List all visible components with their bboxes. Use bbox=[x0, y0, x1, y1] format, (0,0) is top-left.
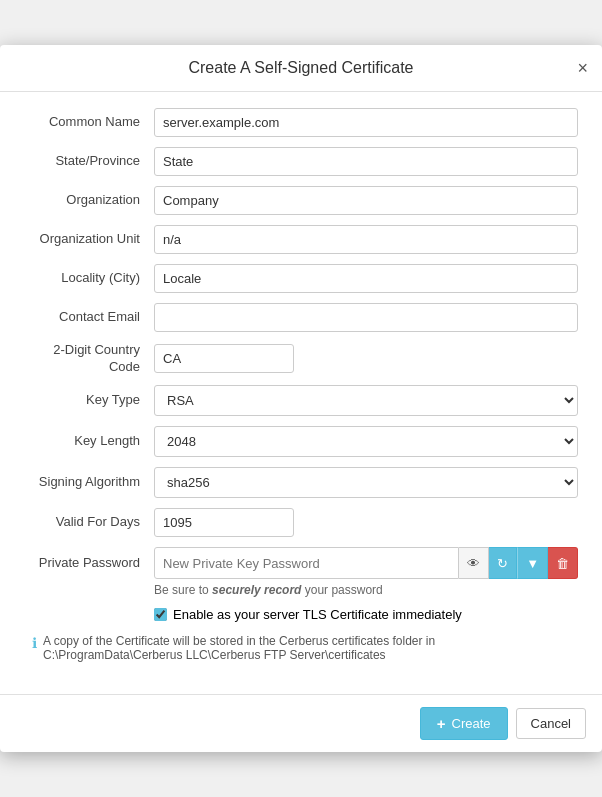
refresh-icon: ↻ bbox=[497, 556, 508, 571]
trash-icon: 🗑 bbox=[556, 556, 569, 571]
key-length-select[interactable]: 1024 2048 4096 bbox=[154, 426, 578, 457]
key-type-select[interactable]: RSA EC bbox=[154, 385, 578, 416]
valid-days-row: Valid For Days bbox=[24, 508, 578, 537]
state-label: State/Province bbox=[24, 153, 154, 170]
refresh-password-button[interactable]: ↻ bbox=[489, 547, 517, 579]
signing-algo-row: Signing Algorithm sha256 sha512 bbox=[24, 467, 578, 498]
info-text: A copy of the Certificate will be stored… bbox=[43, 634, 570, 662]
modal-title: Create A Self-Signed Certificate bbox=[188, 59, 413, 77]
contact-email-row: Contact Email bbox=[24, 303, 578, 332]
signing-algo-select[interactable]: sha256 sha512 bbox=[154, 467, 578, 498]
private-password-input[interactable] bbox=[154, 547, 459, 579]
enable-tls-label[interactable]: Enable as your server TLS Certificate im… bbox=[173, 607, 462, 622]
locality-row: Locality (City) bbox=[24, 264, 578, 293]
country-code-row: 2-Digit Country Code bbox=[24, 342, 578, 376]
common-name-row: Common Name bbox=[24, 108, 578, 137]
info-icon: ℹ bbox=[32, 635, 37, 651]
org-unit-row: Organization Unit bbox=[24, 225, 578, 254]
state-input[interactable] bbox=[154, 147, 578, 176]
private-password-label: Private Password bbox=[24, 555, 154, 572]
modal-create-certificate: Create A Self-Signed Certificate × Commo… bbox=[0, 45, 602, 753]
private-password-row: Private Password 👁 ↻ ▼ 🗑 bbox=[24, 547, 578, 579]
enable-tls-row: Enable as your server TLS Certificate im… bbox=[154, 607, 578, 622]
signing-algo-label: Signing Algorithm bbox=[24, 474, 154, 491]
country-code-label: 2-Digit Country Code bbox=[24, 342, 154, 376]
organization-input[interactable] bbox=[154, 186, 578, 215]
hint-before: Be sure to bbox=[154, 583, 212, 597]
key-type-row: Key Type RSA EC bbox=[24, 385, 578, 416]
enable-tls-checkbox[interactable] bbox=[154, 608, 167, 621]
contact-email-input[interactable] bbox=[154, 303, 578, 332]
toggle-password-button[interactable]: 👁 bbox=[459, 547, 489, 579]
common-name-input[interactable] bbox=[154, 108, 578, 137]
password-input-group: 👁 ↻ ▼ 🗑 bbox=[154, 547, 578, 579]
hint-bold: securely record bbox=[212, 583, 301, 597]
close-button[interactable]: × bbox=[577, 59, 588, 77]
valid-days-input[interactable] bbox=[154, 508, 294, 537]
modal-body: Common Name State/Province Organization … bbox=[0, 92, 602, 695]
org-unit-label: Organization Unit bbox=[24, 231, 154, 248]
contact-email-label: Contact Email bbox=[24, 309, 154, 326]
password-hint: Be sure to securely record your password bbox=[154, 583, 578, 597]
organization-label: Organization bbox=[24, 192, 154, 209]
valid-days-label: Valid For Days bbox=[24, 514, 154, 531]
create-button[interactable]: + Create bbox=[420, 707, 508, 740]
chevron-down-icon: ▼ bbox=[526, 556, 539, 571]
info-row: ℹ A copy of the Certificate will be stor… bbox=[24, 634, 578, 662]
hint-after: your password bbox=[301, 583, 382, 597]
org-unit-input[interactable] bbox=[154, 225, 578, 254]
create-label: Create bbox=[452, 716, 491, 731]
state-row: State/Province bbox=[24, 147, 578, 176]
locality-label: Locality (City) bbox=[24, 270, 154, 287]
locality-input[interactable] bbox=[154, 264, 578, 293]
clear-password-button[interactable]: 🗑 bbox=[548, 547, 578, 579]
modal-header: Create A Self-Signed Certificate × bbox=[0, 45, 602, 92]
dropdown-password-button[interactable]: ▼ bbox=[517, 547, 548, 579]
cancel-button[interactable]: Cancel bbox=[516, 708, 586, 739]
key-length-row: Key Length 1024 2048 4096 bbox=[24, 426, 578, 457]
modal-footer: + Create Cancel bbox=[0, 694, 602, 752]
plus-icon: + bbox=[437, 715, 446, 732]
country-code-input[interactable] bbox=[154, 344, 294, 373]
common-name-label: Common Name bbox=[24, 114, 154, 131]
key-type-label: Key Type bbox=[24, 392, 154, 409]
eye-icon: 👁 bbox=[467, 556, 480, 571]
organization-row: Organization bbox=[24, 186, 578, 215]
key-length-label: Key Length bbox=[24, 433, 154, 450]
